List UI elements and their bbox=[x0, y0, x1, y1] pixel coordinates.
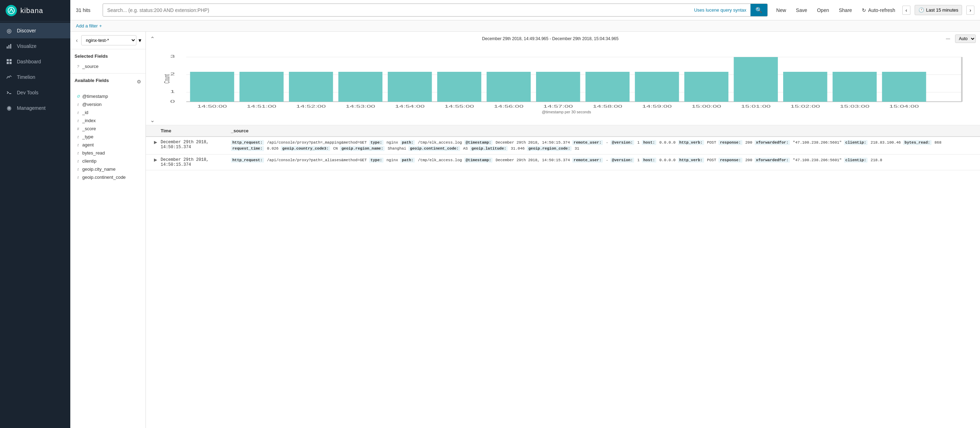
field-type-city: t bbox=[76, 167, 80, 171]
key-bytes-read: bytes_read: bbox=[903, 140, 931, 145]
bar-12 bbox=[783, 72, 827, 102]
field-type-score: # bbox=[76, 127, 80, 131]
chart-expand-button[interactable]: ⌄ bbox=[150, 117, 155, 123]
sidebar-item-timelion-label: Timelion bbox=[17, 74, 35, 80]
key-continent-code: geoip.continent_code: bbox=[409, 146, 460, 151]
index-selector: ‹ nginx-test-* ▾ bbox=[70, 32, 146, 49]
field-type-bytes: t bbox=[76, 151, 80, 155]
open-button[interactable]: Open bbox=[814, 6, 832, 14]
chart-expand-area: ⌄ bbox=[146, 115, 980, 125]
key-clientip: clientip: bbox=[844, 140, 867, 145]
available-fields-header: Available Fields ⚙ bbox=[70, 73, 146, 89]
field-name-timestamp: @timestamp bbox=[82, 94, 140, 99]
add-filter-label: Add a filter bbox=[76, 23, 98, 29]
field-type-type: t bbox=[76, 135, 80, 139]
field-item-version[interactable]: t @version bbox=[75, 100, 141, 109]
field-item-bytes-read[interactable]: t bytes_read bbox=[75, 149, 141, 157]
key-region-code: geoip.region_code: bbox=[527, 146, 571, 151]
devtools-icon bbox=[6, 89, 13, 96]
key-xforwardedfor: xforwardedfor: bbox=[755, 140, 790, 145]
field-name-score: _score bbox=[82, 126, 140, 131]
svg-rect-1 bbox=[7, 46, 8, 49]
key-remote-user-2: remote_user: bbox=[572, 158, 603, 163]
key-version-2: @version: bbox=[611, 158, 634, 163]
sidebar-item-discover[interactable]: ◎ Discover bbox=[0, 23, 70, 38]
field-type-index: t bbox=[76, 119, 80, 123]
sidebar-item-dashboard[interactable]: Dashboard bbox=[0, 54, 70, 69]
svg-rect-2 bbox=[8, 45, 10, 49]
bar-8 bbox=[585, 72, 630, 102]
svg-rect-3 bbox=[10, 44, 11, 49]
content-area: ‹ nginx-test-* ▾ Selected Fields ? _sour… bbox=[70, 32, 980, 428]
svg-text:15:02:00: 15:02:00 bbox=[791, 105, 820, 109]
new-button[interactable]: New bbox=[773, 6, 789, 14]
field-item-city-name[interactable]: t geoip.city_name bbox=[75, 165, 141, 173]
sidebar-item-visualize[interactable]: Visualize bbox=[0, 38, 70, 54]
sidebar-item-visualize-label: Visualize bbox=[17, 43, 37, 49]
svg-text:14:58:00: 14:58:00 bbox=[593, 105, 622, 109]
discover-icon: ◎ bbox=[6, 27, 13, 34]
key-latitude: geoip.latitude: bbox=[470, 146, 508, 151]
row-source-0: http_request: /api/console/proxy?path=_m… bbox=[231, 140, 976, 151]
field-type-clientip: t bbox=[76, 159, 80, 163]
fields-settings-button[interactable]: ⚙ bbox=[137, 79, 141, 85]
key-http-request: http_request: bbox=[231, 140, 264, 145]
chart-collapse-button[interactable]: ⌃ bbox=[150, 35, 155, 42]
svg-text:14:53:00: 14:53:00 bbox=[345, 105, 375, 109]
field-name-clientip: clientip bbox=[82, 158, 140, 164]
refresh-icon: ↻ bbox=[862, 7, 866, 13]
field-name-continent: geoip.continent_code bbox=[82, 174, 140, 180]
key-timestamp: @timestamp: bbox=[465, 140, 493, 145]
add-filter-button[interactable]: Add a filter + bbox=[76, 23, 102, 29]
field-item-continent[interactable]: t geoip.continent_code bbox=[75, 173, 141, 181]
field-item-index[interactable]: t _index bbox=[75, 117, 141, 125]
field-name-version: @version bbox=[82, 102, 140, 107]
row-expand-button-1[interactable]: ▶ bbox=[150, 157, 161, 162]
collapse-panel-button[interactable]: ‹ bbox=[75, 36, 79, 45]
sidebar-item-dashboard-label: Dashboard bbox=[17, 59, 41, 64]
field-item-type[interactable]: t _type bbox=[75, 133, 141, 141]
field-item-source[interactable]: ? _source bbox=[75, 62, 141, 70]
search-input[interactable] bbox=[103, 5, 690, 16]
bar-6 bbox=[487, 72, 530, 102]
key-host-2: host: bbox=[642, 158, 656, 163]
sidebar-item-devtools[interactable]: Dev Tools bbox=[0, 85, 70, 100]
available-fields-section: ⊙ @timestamp t @version t _id t _index # bbox=[70, 89, 146, 184]
auto-refresh-button[interactable]: ↻ Auto-refresh bbox=[859, 6, 898, 14]
row-expand-button-0[interactable]: ▶ bbox=[150, 140, 161, 145]
table-row: ▶ December 29th 2018, 14:50:15.374 http_… bbox=[146, 137, 980, 155]
index-pattern-select[interactable]: nginx-test-* bbox=[81, 35, 136, 45]
svg-text:Count: Count bbox=[164, 74, 171, 83]
sidebar-item-devtools-label: Dev Tools bbox=[17, 90, 38, 95]
auto-refresh-label: Auto-refresh bbox=[868, 7, 895, 13]
chart-container: 3 2 1 0 Count bbox=[146, 46, 980, 115]
svg-text:14:59:00: 14:59:00 bbox=[642, 105, 672, 109]
search-button[interactable]: 🔍 bbox=[751, 4, 767, 16]
management-icon bbox=[6, 105, 13, 112]
dash-separator: — bbox=[946, 36, 950, 41]
time-range-button[interactable]: 🕐 Last 15 minutes bbox=[915, 5, 963, 15]
col-time-header: Time bbox=[161, 128, 231, 133]
field-item-id[interactable]: t _id bbox=[75, 109, 141, 117]
sidebar: kibana ◎ Discover Visualize Dashboard Ti… bbox=[0, 0, 70, 428]
sidebar-item-timelion[interactable]: Timelion bbox=[0, 69, 70, 85]
field-item-score[interactable]: # _score bbox=[75, 125, 141, 133]
prev-time-button[interactable]: ‹ bbox=[902, 6, 910, 15]
field-item-agent[interactable]: t agent bbox=[75, 141, 141, 149]
svg-text:3: 3 bbox=[170, 54, 175, 58]
key-path: path: bbox=[400, 140, 415, 145]
col-expand-header bbox=[150, 128, 161, 133]
share-button[interactable]: Share bbox=[836, 6, 854, 14]
sidebar-item-management[interactable]: Management bbox=[0, 100, 70, 116]
next-time-button[interactable]: › bbox=[966, 6, 974, 15]
table-row: ▶ December 29th 2018, 14:50:15.374 http_… bbox=[146, 155, 980, 170]
field-item-clientip[interactable]: t clientip bbox=[75, 157, 141, 165]
save-button[interactable]: Save bbox=[793, 6, 810, 14]
bar-7 bbox=[536, 72, 580, 102]
search-syntax-hint[interactable]: Uses lucene query syntax bbox=[690, 7, 751, 13]
chart-interval-select[interactable]: Auto bbox=[955, 35, 976, 43]
svg-text:14:56:00: 14:56:00 bbox=[494, 105, 523, 109]
field-item-timestamp[interactable]: ⊙ @timestamp bbox=[75, 92, 141, 100]
histogram-chart: 3 2 1 0 Count bbox=[164, 47, 969, 110]
key-remote-user: remote_user: bbox=[572, 140, 603, 145]
